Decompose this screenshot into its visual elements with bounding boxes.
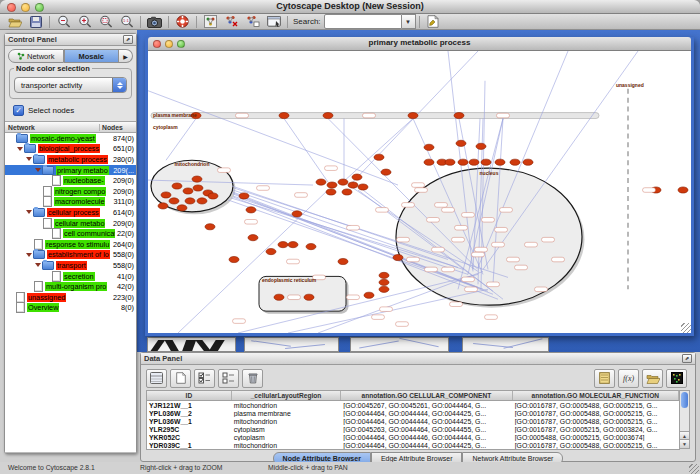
help-button[interactable] — [172, 14, 193, 29]
tree-row[interactable]: cellular process614(0) — [5, 207, 136, 218]
graph-node — [279, 112, 289, 118]
destroy-network-button[interactable] — [221, 14, 242, 29]
node-label-pill — [515, 265, 528, 270]
import-attributes-button[interactable] — [642, 369, 663, 388]
float-panel-icon[interactable]: ⬈ — [682, 354, 692, 363]
unselect-attributes-button[interactable] — [218, 369, 239, 388]
table-scrollbar[interactable]: ▲ ▼ — [679, 390, 690, 449]
function-builder-button[interactable]: f(x) — [618, 369, 639, 388]
tree-row[interactable]: transport558(0) — [5, 260, 136, 271]
tree-row[interactable]: nitrogen compo209(0) — [5, 186, 136, 197]
tree-row[interactable]: establishment of lo558(0) — [5, 250, 136, 261]
tab-overflow-button[interactable]: ▶ — [119, 49, 133, 63]
select-attributes-button[interactable] — [194, 369, 215, 388]
attribute-grid-button[interactable] — [146, 369, 167, 388]
table-cell: [GO:0045263, GO:0044464, GO:0044455, G..… — [341, 426, 512, 433]
zoom-selected-button[interactable] — [95, 14, 116, 29]
zoom-out-button[interactable] — [53, 14, 74, 29]
tree-row[interactable]: unassigned223(0) — [5, 292, 136, 303]
expand-triangle-icon[interactable] — [26, 253, 32, 257]
expand-triangle-icon[interactable] — [35, 168, 41, 172]
graph-node — [306, 244, 316, 250]
tree-row[interactable]: mosaic-demo-yeast874(0) — [5, 133, 136, 144]
table-cell: YPL036W__2 — [147, 410, 232, 417]
background-window-sliver[interactable] — [350, 337, 449, 352]
scrollbar-thumb[interactable] — [681, 392, 688, 408]
create-view-button[interactable] — [263, 14, 284, 29]
view-resize-grip[interactable] — [681, 323, 691, 333]
matrix-button[interactable] — [666, 369, 687, 388]
new-attribute-button[interactable] — [170, 369, 191, 388]
table-row[interactable]: YLR295Ccytoplasm[GO:0045263, GO:0044464,… — [147, 425, 679, 433]
search-dropdown-button[interactable]: ▼ — [402, 14, 416, 29]
tree-row[interactable]: cell communicat22(0) — [5, 228, 136, 239]
tree-row[interactable]: macromolecule311(0) — [5, 197, 136, 208]
window-titlebar: Cytoscape Desktop (New Session) — [0, 0, 700, 14]
tree-row[interactable]: metabolic process280(0) — [5, 154, 136, 165]
save-session-button[interactable] — [25, 14, 46, 29]
table-row[interactable]: YJR121W__1mitochondrion[GO:0045267, GO:0… — [147, 401, 679, 409]
tree-header-network[interactable]: Network — [5, 124, 99, 131]
table-row[interactable]: YPL036W__2plasma membrane[GO:0044464, GO… — [147, 409, 679, 417]
tree-row[interactable]: response to stimulu264(0) — [5, 239, 136, 250]
data-panel-title: Data Panel — [144, 354, 182, 363]
window-title: Cytoscape Desktop (New Session) — [0, 1, 700, 11]
search-input[interactable] — [324, 14, 402, 29]
graph-node — [342, 189, 352, 195]
tree-row-node-count: 41(0) — [117, 272, 136, 281]
expand-triangle-icon[interactable] — [35, 263, 41, 267]
graph-node — [510, 159, 520, 165]
annotation-button[interactable] — [423, 14, 444, 29]
open-session-button[interactable] — [4, 14, 25, 29]
background-window-sliver[interactable] — [147, 337, 236, 352]
tab-mosaic[interactable]: Mosaic — [64, 49, 120, 63]
network-canvas[interactable]: plasma membranecytoplasmmitochondrionnuc… — [148, 51, 691, 333]
column-header[interactable]: ID — [147, 391, 232, 400]
delete-attribute-button[interactable] — [242, 369, 263, 388]
graph-node — [338, 179, 348, 185]
zoom-in-button[interactable] — [74, 14, 95, 29]
tree-row[interactable]: multi-organism pro42(0) — [5, 281, 136, 292]
scroll-down-button[interactable]: ▼ — [680, 439, 689, 448]
tree-row-node-count: 22(0) — [117, 229, 136, 238]
graph-node — [523, 159, 533, 165]
table-row[interactable]: YPL036W__1mitochondrion[GO:0044464, GO:0… — [147, 417, 679, 425]
column-header[interactable]: annotation.GO MOLECULAR_FUNCTION — [513, 391, 679, 400]
app-resize-grip[interactable] — [689, 464, 699, 474]
float-panel-icon[interactable]: ⬈ — [123, 35, 133, 44]
graph-node — [326, 189, 336, 195]
expand-triangle-icon[interactable] — [17, 147, 23, 151]
attribute-batch-button[interactable] — [594, 369, 615, 388]
select-nodes-checkbox[interactable]: ✓ — [13, 105, 24, 116]
tab-network-label: Network — [27, 52, 55, 61]
node-color-dropdown[interactable]: transporter activity — [14, 77, 127, 93]
tree-row[interactable]: Overview8(0) — [5, 303, 136, 314]
graph-node — [408, 112, 418, 118]
tree-row[interactable]: cellular metabo209(0) — [5, 218, 136, 229]
graph-node — [374, 154, 384, 160]
control-panel-tabs: Network Mosaic ▶ — [8, 49, 133, 63]
snapshot-button[interactable] — [144, 14, 165, 29]
tree-row[interactable]: nucleobase-209(0) — [5, 175, 136, 186]
tree-header-nodes[interactable]: Nodes — [99, 124, 136, 131]
page-icon — [52, 175, 61, 186]
tab-network[interactable]: Network — [8, 49, 64, 63]
network-window-titlebar[interactable]: primary metabolic process — [148, 37, 691, 51]
expand-triangle-icon[interactable] — [26, 157, 32, 161]
column-header[interactable]: annotation.GO CELLULAR_COMPONENT — [341, 391, 512, 400]
zoom-fit-button[interactable]: 1:1 — [116, 14, 137, 29]
network-overview-button[interactable] — [200, 14, 221, 29]
graph-node — [445, 159, 455, 165]
tree-row[interactable]: primary metabo209(... — [5, 165, 136, 176]
tree-row[interactable]: secretion41(0) — [5, 271, 136, 282]
table-row[interactable]: YDR039C__1mitochondrion[GO:0044464, GO:0… — [147, 441, 679, 449]
node-label-pill — [288, 295, 301, 300]
tree-row[interactable]: biological_process651(0) — [5, 144, 136, 155]
expand-triangle-icon[interactable] — [26, 210, 32, 214]
destroy-view-button[interactable] — [242, 14, 263, 29]
table-row[interactable]: YKR052Ccytoplasm[GO:0044464, GO:0044446,… — [147, 433, 679, 441]
column-header[interactable]: _cellularLayoutRegion — [232, 391, 342, 400]
background-window-sliver[interactable] — [244, 337, 339, 352]
background-window-sliver[interactable] — [462, 337, 549, 352]
attribute-table-header[interactable]: ID_cellularLayoutRegionannotation.GO CEL… — [146, 390, 680, 401]
